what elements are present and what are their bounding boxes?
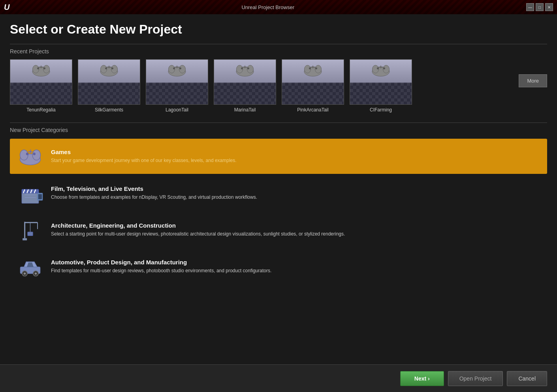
more-button[interactable]: More [519,74,547,87]
svg-rect-63 [28,232,33,236]
film-title: Film, Television, and Live Events [51,185,257,192]
project-name-3: MarinaTail [234,107,256,113]
svg-rect-58 [38,194,41,199]
automotive-description: Find templates for multi-user design rev… [51,268,271,274]
svg-point-24 [241,68,243,70]
automotive-icon [16,254,44,279]
app-logo: U [4,3,9,12]
project-card-3[interactable]: MarinaTail [214,59,276,113]
project-name-4: PinkArcanaTail [297,107,328,113]
games-description: Start your game development journey with… [51,157,237,164]
recent-projects-grid: TenunRegalia SilkGarments [10,59,412,113]
project-thumbnail-4 [282,59,344,105]
project-name-0: TenunRegalia [26,107,55,113]
main-content: Select or Create New Project Recent Proj… [0,14,557,364]
svg-rect-41 [380,66,381,68]
svg-rect-6 [41,66,41,68]
project-card-5[interactable]: CIFarming [350,59,412,113]
project-card-4[interactable]: PinkArcanaTail [282,59,344,113]
svg-point-4 [43,68,45,70]
svg-rect-27 [245,66,245,68]
cancel-button[interactable]: Cancel [507,371,547,386]
categories-section-header: New Project Categories [10,122,547,133]
page-title: Select or Create New Project [10,22,547,37]
svg-point-69 [34,272,37,275]
svg-point-3 [37,68,39,70]
svg-point-17 [173,68,175,70]
project-name-2: LagoonTail [166,107,188,113]
bottom-bar: Next › Open Project Cancel [0,364,557,392]
project-thumbnail-1 [78,59,140,105]
project-thumbnail-0 [10,59,72,105]
project-card-1[interactable]: SilkGarments [78,59,140,113]
games-icon [16,143,44,169]
project-card-0[interactable]: TenunRegalia [10,59,72,113]
window-title: Unreal Project Browser [241,4,294,10]
svg-point-18 [179,68,181,70]
svg-point-46 [33,153,36,155]
svg-rect-48 [30,149,31,153]
category-item-film[interactable]: Film, Television, and Live Events Choose… [10,175,547,211]
film-icon [16,180,44,206]
architecture-title: Architecture, Engineering, and Construct… [51,222,345,229]
minimize-button[interactable]: — [526,3,534,11]
svg-point-38 [377,68,379,70]
architecture-description: Select a starting point for multi-user d… [51,231,345,237]
project-thumbnail-3 [214,59,276,105]
svg-rect-34 [312,66,313,68]
svg-point-31 [309,68,311,70]
project-card-2[interactable]: LagoonTail [146,59,208,113]
svg-point-45 [26,153,28,155]
games-text: Games Start your game development journe… [51,149,237,164]
games-title: Games [51,149,237,155]
titlebar: U Unreal Project Browser — □ ✕ [0,0,557,14]
project-thumbnail-2 [146,59,208,105]
next-button[interactable]: Next › [400,371,444,386]
category-item-architecture[interactable]: Architecture, Engineering, and Construct… [10,212,547,247]
category-item-games[interactable]: Games Start your game development journe… [10,139,547,174]
categories-section: New Project Categories Games Start your … [10,122,547,284]
svg-point-10 [105,68,107,70]
project-name-1: SilkGarments [95,107,123,113]
maximize-button[interactable]: □ [536,3,544,11]
category-item-automotive[interactable]: Automotive, Product Design, and Manufact… [10,249,547,284]
architecture-icon [16,217,44,243]
project-name-5: CIFarming [370,107,392,113]
close-button[interactable]: ✕ [545,3,553,11]
recent-projects-section-header: Recent Projects [10,44,547,55]
recent-projects-row: TenunRegalia SilkGarments [10,59,547,113]
svg-point-25 [247,68,249,70]
svg-point-11 [111,68,113,70]
svg-point-68 [23,272,26,275]
project-thumbnail-5 [350,59,412,105]
window-controls: — □ ✕ [526,3,553,11]
svg-rect-64 [23,238,27,240]
svg-point-32 [315,68,317,70]
automotive-title: Automotive, Product Design, and Manufact… [51,259,271,266]
svg-point-39 [383,68,385,70]
automotive-text: Automotive, Product Design, and Manufact… [51,259,271,274]
architecture-text: Architecture, Engineering, and Construct… [51,222,345,237]
film-description: Choose from templates and examples for n… [51,194,257,201]
film-text: Film, Television, and Live Events Choose… [51,185,257,201]
open-project-button[interactable]: Open Project [448,371,503,386]
svg-rect-13 [109,66,109,68]
svg-rect-20 [177,66,177,68]
